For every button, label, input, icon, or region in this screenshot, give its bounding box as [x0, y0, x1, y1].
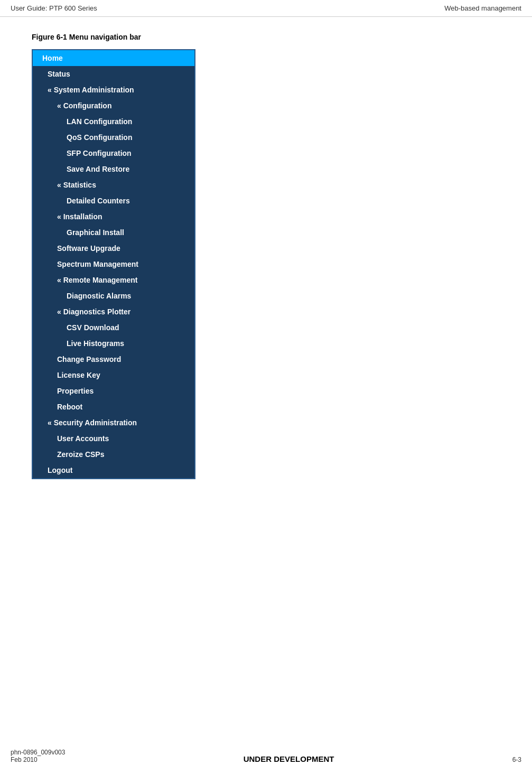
nav-item-qos-config[interactable]: QoS Configuration	[33, 129, 194, 145]
nav-item-zeroize-csps[interactable]: Zeroize CSPs	[33, 446, 194, 462]
doc-id: phn-0896_009v003	[11, 749, 65, 756]
nav-item-diagnostic-alarms[interactable]: Diagnostic Alarms	[33, 288, 194, 304]
nav-item-remote-mgmt[interactable]: « Remote Management	[33, 272, 194, 288]
nav-item-user-accounts[interactable]: User Accounts	[33, 431, 194, 446]
nav-item-reboot[interactable]: Reboot	[33, 399, 194, 415]
nav-item-home[interactable]: Home	[33, 50, 194, 66]
header-right: Web-based management	[444, 4, 521, 12]
footer-left: phn-0896_009v003 Feb 2010	[11, 749, 65, 763]
footer-date: Feb 2010	[11, 756, 65, 763]
nav-item-detailed-counters[interactable]: Detailed Counters	[33, 193, 194, 209]
nav-item-save-restore[interactable]: Save And Restore	[33, 161, 194, 177]
nav-item-sfp-config[interactable]: SFP Configuration	[33, 145, 194, 161]
nav-item-status[interactable]: Status	[33, 66, 194, 82]
nav-item-system-admin[interactable]: « System Administration	[33, 82, 194, 98]
footer-page: 6-3	[512, 756, 521, 763]
nav-item-csv-download[interactable]: CSV Download	[33, 320, 194, 335]
nav-item-change-password[interactable]: Change Password	[33, 351, 194, 367]
nav-item-properties[interactable]: Properties	[33, 383, 194, 399]
nav-item-license-key[interactable]: License Key	[33, 367, 194, 383]
nav-item-statistics[interactable]: « Statistics	[33, 177, 194, 193]
nav-item-graphical-install[interactable]: Graphical Install	[33, 225, 194, 240]
nav-item-configuration[interactable]: « Configuration	[33, 98, 194, 114]
nav-item-logout[interactable]: Logout	[33, 462, 194, 478]
figure-title: Figure 6-1 Menu navigation bar	[32, 33, 521, 41]
nav-item-security-admin[interactable]: « Security Administration	[33, 415, 194, 431]
nav-item-diagnostics-plotter[interactable]: « Diagnostics Plotter	[33, 304, 194, 320]
nav-item-live-histograms[interactable]: Live Histograms	[33, 335, 194, 351]
nav-menu: HomeStatus« System Administration« Confi…	[32, 49, 195, 479]
nav-item-spectrum-mgmt[interactable]: Spectrum Management	[33, 256, 194, 272]
header-left: User Guide: PTP 600 Series	[11, 4, 97, 12]
footer-center: UNDER DEVELOPMENT	[65, 754, 512, 763]
nav-item-installation[interactable]: « Installation	[33, 209, 194, 225]
nav-item-software-upgrade[interactable]: Software Upgrade	[33, 240, 194, 256]
nav-item-lan-config[interactable]: LAN Configuration	[33, 114, 194, 129]
